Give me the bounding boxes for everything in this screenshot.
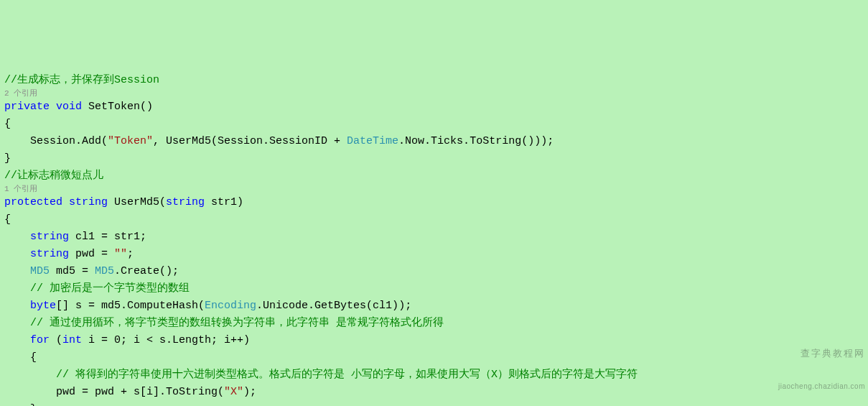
code-text: .Create(); bbox=[114, 265, 179, 277]
keyword: string bbox=[69, 196, 108, 208]
comment-line: // 将得到的字符串使用十六进制类型格式。格式后的字符是 小写的字母，如果使用大… bbox=[4, 369, 638, 381]
code-text: md5 = bbox=[50, 265, 95, 277]
code-block: //生成标志，并保存到Session2 个引用private void SetT… bbox=[4, 72, 864, 406]
indent bbox=[4, 334, 30, 346]
indent bbox=[4, 248, 30, 260]
method-name: SetToken() bbox=[82, 101, 153, 113]
code-text: ; bbox=[127, 248, 134, 260]
code-text: pwd = pwd + s[i].ToString( bbox=[4, 386, 224, 398]
comment-line: //让标志稍微短点儿 bbox=[4, 170, 103, 182]
keyword: int bbox=[62, 334, 82, 346]
indent bbox=[4, 265, 30, 277]
type-name: MD5 bbox=[95, 265, 114, 277]
parameter: str1) bbox=[205, 196, 243, 208]
indent bbox=[4, 300, 30, 312]
code-text: .Unicode.GetBytes(cl1)); bbox=[256, 300, 411, 312]
keyword: for bbox=[30, 334, 50, 346]
code-text bbox=[50, 101, 56, 113]
code-text: i = 0; i < s.Length; i++) bbox=[82, 334, 250, 346]
keyword: private bbox=[4, 101, 50, 113]
code-text: pwd = bbox=[69, 248, 114, 260]
reference-count: 2 个引用 bbox=[4, 89, 864, 98]
comment-line: //生成标志，并保存到Session bbox=[4, 74, 159, 86]
comment-line: // 加密后是一个字节类型的数组 bbox=[4, 282, 190, 295]
code-text: cl1 = str1; bbox=[69, 231, 146, 243]
method-name: UserMd5( bbox=[108, 196, 166, 208]
code-text: ( bbox=[50, 334, 62, 346]
reference-count: 1 个引用 bbox=[4, 185, 864, 194]
comment-line: // 通过使用循环，将字节类型的数组转换为字符串，此字符串 是常规字符格式化所得 bbox=[4, 317, 444, 329]
keyword: string bbox=[30, 231, 69, 243]
indent bbox=[4, 231, 30, 243]
keyword: string bbox=[166, 196, 205, 208]
code-text: .Now.Ticks.ToString())); bbox=[398, 135, 554, 147]
type-name: Encoding bbox=[205, 300, 256, 312]
brace: { bbox=[4, 349, 864, 366]
brace: { bbox=[4, 116, 864, 133]
string-literal: "Token" bbox=[108, 135, 153, 147]
code-text: [] s = md5.ComputeHash( bbox=[56, 300, 205, 312]
keyword: byte bbox=[30, 300, 56, 312]
type-name: DateTime bbox=[347, 135, 398, 147]
keyword: protected bbox=[4, 196, 62, 208]
keyword: void bbox=[56, 101, 82, 113]
code-text: , UserMd5(Session.SessionID + bbox=[153, 135, 347, 147]
keyword: string bbox=[30, 248, 69, 260]
code-text bbox=[62, 196, 69, 208]
code-text: Session.Add( bbox=[4, 135, 108, 147]
watermark: 查字典教程网 jiaocheng.chazidian.com bbox=[778, 324, 865, 403]
code-text: ); bbox=[243, 386, 256, 398]
string-literal: "X" bbox=[224, 386, 243, 398]
watermark-main: 查字典教程网 bbox=[778, 348, 865, 359]
brace: } bbox=[4, 150, 864, 167]
brace: } bbox=[4, 401, 864, 406]
watermark-sub: jiaocheng.chazidian.com bbox=[778, 382, 865, 392]
type-name: MD5 bbox=[30, 265, 50, 277]
string-literal: "" bbox=[114, 248, 127, 260]
brace: { bbox=[4, 211, 864, 229]
